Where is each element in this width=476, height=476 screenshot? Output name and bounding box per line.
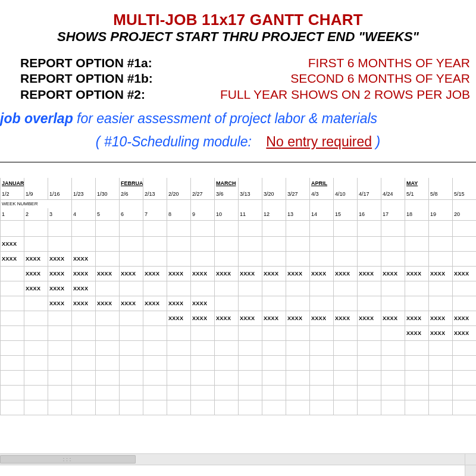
- cell: [405, 370, 429, 385]
- cell: [24, 178, 48, 189]
- cell: [286, 385, 310, 400]
- cell: [167, 325, 191, 340]
- cell: [453, 281, 477, 296]
- date-header: 2/20: [167, 189, 191, 200]
- gantt-mark: XXXX: [453, 325, 477, 340]
- cell: [72, 311, 96, 325]
- cell: [48, 355, 72, 370]
- cell: [24, 325, 48, 340]
- scrollbar-thumb[interactable]: :::: [0, 455, 136, 464]
- cell: [120, 311, 143, 325]
- table-row: XXXXXXXXXXXXXXXX: [1, 325, 477, 340]
- cell: [72, 178, 96, 189]
- option-label: REPORT OPTION #1a:: [20, 55, 152, 71]
- cell: [48, 311, 72, 325]
- cell: [143, 199, 167, 208]
- week-number: 9: [191, 208, 215, 221]
- week-number: 19: [429, 208, 453, 221]
- gantt-grid: JANUARYFEBRUARYMARCHAPRILMAY1/21/91/161/…: [0, 178, 476, 415]
- cell: [191, 325, 215, 340]
- gantt-mark: XXXX: [429, 266, 453, 281]
- cell: [48, 385, 72, 400]
- table-row: JANUARYFEBRUARYMARCHAPRILMAY: [1, 178, 477, 189]
- cell: [143, 178, 167, 189]
- cell: [358, 385, 381, 400]
- cell: [1, 340, 24, 355]
- overlap-lead: job overlap: [0, 111, 73, 126]
- cell: [310, 325, 334, 340]
- scrollbar-arrow-right-icon[interactable]: [465, 454, 476, 465]
- table-row: XXXXXXXXXXXXXXXX: [1, 251, 477, 266]
- cell: [310, 220, 334, 236]
- gantt-mark: XXXX: [24, 281, 48, 296]
- gantt-mark: XXXX: [72, 281, 96, 296]
- gantt-mark: XXXX: [334, 266, 358, 281]
- cell: [239, 281, 262, 296]
- gantt-mark: XXXX: [381, 266, 405, 281]
- cell: [381, 400, 405, 415]
- gantt-mark: XXXX: [405, 325, 429, 340]
- date-header: 4/17: [358, 189, 381, 200]
- gantt-table: JANUARYFEBRUARYMARCHAPRILMAY1/21/91/161/…: [0, 178, 476, 415]
- date-header: 5/1: [405, 189, 429, 200]
- cell: [429, 236, 453, 251]
- report-options: REPORT OPTION #1a: FIRST 6 MONTHS OF YEA…: [0, 55, 476, 102]
- cell: [334, 236, 358, 251]
- cell: [167, 251, 191, 266]
- cell: [191, 370, 215, 385]
- cell: [358, 400, 381, 415]
- week-number: 8: [167, 208, 191, 221]
- cell: [334, 400, 358, 415]
- cell: [143, 385, 167, 400]
- cell: [72, 325, 96, 340]
- cell: [334, 199, 358, 208]
- cell: [286, 400, 310, 415]
- option-value: FIRST 6 MONTHS OF YEAR: [308, 55, 470, 71]
- cell: [358, 281, 381, 296]
- week-number: 6: [120, 208, 143, 221]
- gantt-mark: XXXX: [120, 266, 143, 281]
- table-row: 123456789101112131415161718192021: [1, 208, 477, 221]
- cell: [239, 178, 262, 189]
- report-option-1a: REPORT OPTION #1a: FIRST 6 MONTHS OF YEA…: [20, 55, 470, 71]
- cell: [358, 251, 381, 266]
- cell: [286, 340, 310, 355]
- cell: [167, 355, 191, 370]
- table-row: 1/21/91/161/231/302/62/132/202/273/63/13…: [1, 189, 477, 200]
- table-row: [1, 385, 477, 400]
- page-subtitle: SHOWS PROJECT START THRU PROJECT END "WE…: [0, 29, 476, 45]
- table-row: XXXXXXXXXXXX: [1, 281, 477, 296]
- date-header: 1/9: [24, 189, 48, 200]
- gantt-mark: XXXX: [429, 325, 453, 340]
- horizontal-scrollbar[interactable]: :::: [0, 453, 476, 465]
- table-row: XXXXXXXXXXXXXXXXXXXXXXXXXXXX: [1, 296, 477, 311]
- cell: [381, 281, 405, 296]
- cell: [262, 370, 286, 385]
- overlap-blurb: job overlap for easier assessment of pro…: [0, 111, 476, 127]
- cell: [358, 355, 381, 370]
- date-header: 3/27: [286, 189, 310, 200]
- gantt-mark: XXXX: [167, 266, 191, 281]
- cell: [24, 385, 48, 400]
- gantt-mark: XXXX: [405, 266, 429, 281]
- cell: [239, 220, 262, 236]
- table-row: [1, 340, 477, 355]
- month-header: MARCH: [215, 178, 239, 189]
- cell: [358, 178, 381, 189]
- cell: [167, 178, 191, 189]
- cell: [120, 199, 143, 208]
- cell: [167, 199, 191, 208]
- cell: [24, 355, 48, 370]
- cell: [1, 311, 24, 325]
- cell: [120, 325, 143, 340]
- week-number: 18: [405, 208, 429, 221]
- cell: [215, 281, 239, 296]
- cell: [48, 178, 72, 189]
- cell: [72, 400, 96, 415]
- gantt-mark: XXXX: [96, 266, 120, 281]
- cell: [239, 355, 262, 370]
- cell: [429, 178, 453, 189]
- cell: [48, 325, 72, 340]
- date-header: 1/23: [72, 189, 96, 200]
- cell: [310, 400, 334, 415]
